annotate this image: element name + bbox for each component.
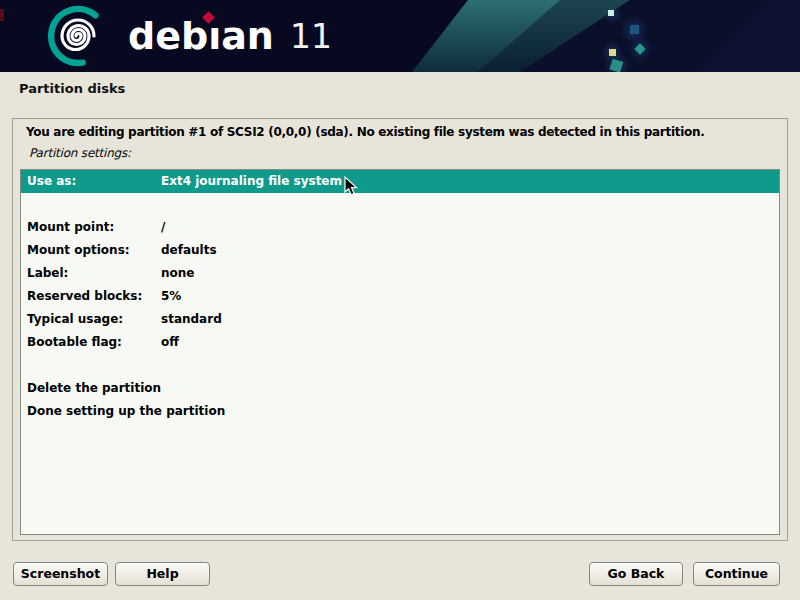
instruction-text: You are editing partition #1 of SCSI2 (0… [26,125,704,139]
brand-version: 11 [290,17,332,56]
list-item[interactable]: Bootable flag: off [21,331,779,354]
brand-logotype: debıan 11 [128,0,332,72]
banner-decoration [0,0,800,72]
list-item-value: none [161,262,779,285]
page-title: Partition disks [19,81,125,96]
list-item-value [161,193,779,216]
list-item[interactable]: Mount point: / [21,216,779,239]
list-item-label: Mount options: [27,239,161,262]
list-item-value: Ext4 journaling file system [161,170,779,193]
list-item-value: standard [161,308,779,331]
list-item-label: Done setting up the partition [27,400,161,423]
partition-settings-list: Use as: Ext4 journaling file system Moun… [20,169,780,535]
brand-text: debıan [128,14,274,58]
list-item[interactable]: Label: none [21,262,779,285]
list-item-label: Delete the partition [27,377,161,400]
brand-name: debıan [128,0,274,72]
list-item-value: / [161,216,779,239]
list-item[interactable]: Delete the partition [21,377,779,400]
mouse-cursor [344,176,358,197]
list-item-label: Mount point: [27,216,161,239]
list-item[interactable]: Typical usage: standard [21,308,779,331]
list-item-label: Bootable flag: [27,331,161,354]
list-item [21,193,779,216]
partition-settings-label: Partition settings: [29,146,131,160]
list-item[interactable]: Done setting up the partition [21,400,779,423]
list-item-value [161,400,779,423]
list-item[interactable]: Mount options: defaults [21,239,779,262]
list-item-value: off [161,331,779,354]
list-item-label [27,354,161,377]
list-item [21,354,779,377]
list-item-label: Use as: [27,170,161,193]
continue-button[interactable]: Continue [693,562,780,586]
help-button[interactable]: Help [115,562,210,586]
list-item[interactable]: Reserved blocks: 5% [21,285,779,308]
list-item[interactable]: Use as: Ext4 journaling file system [21,170,779,193]
go-back-button[interactable]: Go Back [589,562,683,586]
list-item-label: Reserved blocks: [27,285,161,308]
list-item-label: Typical usage: [27,308,161,331]
list-item-value: 5% [161,285,779,308]
list-item-value [161,377,779,400]
list-item-value [161,354,779,377]
list-item-label: Label: [27,262,161,285]
partition-panel: You are editing partition #1 of SCSI2 (0… [12,118,788,541]
screenshot-button[interactable]: Screenshot [13,562,108,586]
debian-swirl-logo [42,2,114,72]
list-item-value: defaults [161,239,779,262]
list-item-label [27,193,161,216]
banner: debıan 11 [0,0,800,72]
